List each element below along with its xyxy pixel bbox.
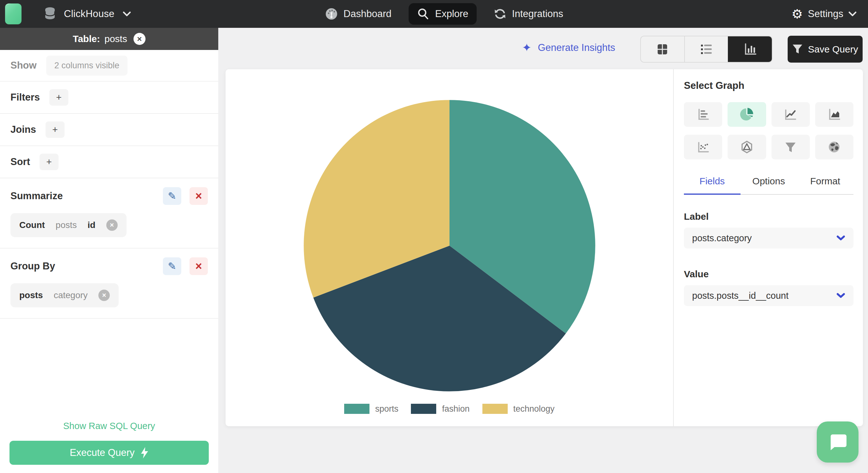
legend-swatch	[483, 404, 508, 414]
generate-insights-button[interactable]: ✦ Generate Insights	[522, 41, 615, 54]
legend-swatch	[411, 404, 436, 414]
chevron-down-icon	[848, 11, 857, 17]
nav-item-dashboard[interactable]: Dashboard	[317, 3, 400, 25]
tab-format[interactable]: Format	[797, 176, 854, 194]
settings-label: Settings	[808, 8, 843, 20]
columns-visible-chip[interactable]: 2 columns visible	[46, 56, 128, 75]
topbar: ClickHouse Dashboard Explore	[0, 0, 868, 28]
add-join-button[interactable]: +	[45, 121, 65, 138]
app-root: ClickHouse Dashboard Explore	[0, 0, 868, 473]
graph-type-radar-button[interactable]	[727, 135, 766, 159]
nav-label: Explore	[435, 8, 468, 20]
graph-type-funnel-button[interactable]	[772, 135, 810, 159]
pie-chart[interactable]	[298, 94, 601, 398]
radar-chart-icon	[740, 140, 754, 154]
edit-summarize-button[interactable]: ✎	[163, 187, 181, 205]
group-by-label: Group By	[10, 260, 55, 272]
nav-item-integrations[interactable]: Integrations	[486, 3, 571, 25]
save-query-button[interactable]: Save Query	[788, 36, 863, 63]
chevron-down-icon	[836, 235, 845, 241]
search-icon	[416, 8, 429, 20]
label-field-title: Label	[684, 211, 854, 222]
sparkle-icon: ✦	[522, 41, 531, 54]
table-header: Table: posts ×	[0, 28, 218, 50]
table-label: Table:	[73, 33, 100, 44]
show-raw-sql-link[interactable]: Show Raw SQL Query	[63, 421, 155, 431]
execute-query-button[interactable]: Execute Query	[9, 441, 209, 465]
nav-label: Dashboard	[344, 8, 392, 20]
chart-area: sportsfashiontechnology	[225, 69, 673, 426]
graph-type-bar-button[interactable]	[684, 102, 722, 127]
lightning-icon	[141, 447, 149, 459]
summarize-section: Summarize ✎ × Count posts id ×	[0, 178, 218, 249]
value-field-title: Value	[684, 269, 854, 280]
list-view-button[interactable]	[684, 36, 728, 62]
table-view-icon	[655, 43, 670, 56]
remove-table-button[interactable]: ×	[133, 33, 146, 45]
graph-type-map-button[interactable]	[815, 135, 854, 159]
gear-icon: ⚙	[792, 8, 803, 20]
graph-type-scatter-button[interactable]	[684, 135, 722, 159]
table-name: posts	[104, 33, 127, 44]
legend-swatch	[344, 404, 369, 414]
chat-widget-button[interactable]	[817, 421, 859, 463]
summarize-label: Summarize	[10, 190, 63, 202]
chevron-down-icon	[836, 293, 845, 298]
show-label: Show	[10, 60, 37, 71]
add-filter-button[interactable]: +	[49, 89, 68, 105]
sort-label: Sort	[10, 156, 30, 167]
value-field-value: posts.posts__id__count	[692, 290, 788, 301]
app-name[interactable]: ClickHouse	[64, 8, 115, 20]
legend-label: fashion	[442, 404, 469, 414]
nav-item-explore[interactable]: Explore	[408, 3, 476, 25]
remove-summarize-chip-button[interactable]: ×	[106, 219, 118, 231]
config-tabs: Fields Options Format	[684, 176, 854, 195]
show-row: Show 2 columns visible	[0, 50, 218, 82]
nav-label: Integrations	[512, 8, 563, 20]
generate-insights-label: Generate Insights	[538, 42, 615, 54]
joins-row: Joins +	[0, 114, 218, 146]
chat-bubble-icon	[828, 433, 848, 451]
chip-table: posts	[56, 220, 77, 230]
legend-item-sports: sports	[344, 404, 399, 414]
settings-menu[interactable]: ⚙ Settings	[792, 0, 857, 28]
summarize-chip[interactable]: Count posts id ×	[10, 213, 127, 237]
add-sort-button[interactable]: +	[39, 154, 59, 170]
scatter-plot-icon	[696, 140, 710, 154]
legend-label: technology	[514, 404, 555, 414]
delete-summarize-button[interactable]: ×	[189, 187, 208, 205]
table-view-button[interactable]	[641, 36, 684, 62]
chip-agg: Count	[19, 220, 45, 230]
graph-type-pie-button[interactable]	[727, 102, 766, 127]
group-by-chip[interactable]: posts category ×	[10, 283, 119, 307]
bar-chart-icon	[696, 107, 710, 121]
gauge-icon	[325, 8, 338, 20]
label-field-value: posts.category	[692, 233, 752, 244]
app-logo[interactable]	[5, 3, 22, 24]
chart-view-button[interactable]	[728, 36, 772, 62]
tab-fields[interactable]: Fields	[684, 176, 741, 194]
graph-type-line-button[interactable]	[772, 102, 810, 127]
value-field-dropdown[interactable]: posts.posts__id__count	[684, 285, 854, 306]
chip-table: posts	[19, 290, 43, 301]
group-by-section: Group By ✎ × posts category ×	[0, 249, 218, 319]
graph-config-panel: Select Graph	[673, 69, 863, 426]
query-builder-sidebar: Table: posts × Show 2 columns visible Fi…	[0, 28, 218, 473]
legend-label: sports	[375, 404, 399, 414]
results-card: sportsfashiontechnology Select Graph	[225, 69, 863, 426]
delete-group-by-button[interactable]: ×	[189, 257, 208, 275]
list-view-icon	[699, 43, 714, 56]
tab-options[interactable]: Options	[741, 176, 797, 194]
remove-group-by-chip-button[interactable]: ×	[98, 290, 110, 301]
main-content: ✦ Generate Insights	[218, 28, 868, 473]
filter-funnel-icon	[792, 44, 803, 55]
label-field-dropdown[interactable]: posts.category	[684, 228, 854, 249]
funnel-icon	[783, 140, 798, 154]
chevron-down-icon[interactable]	[123, 11, 131, 17]
pie-chart-icon	[740, 107, 754, 122]
graph-type-grid	[684, 102, 854, 159]
view-toggle-group	[640, 36, 772, 63]
graph-type-area-button[interactable]	[815, 102, 854, 127]
edit-group-by-button[interactable]: ✎	[163, 257, 181, 275]
main-nav: Dashboard Explore Integrations	[317, 0, 571, 28]
